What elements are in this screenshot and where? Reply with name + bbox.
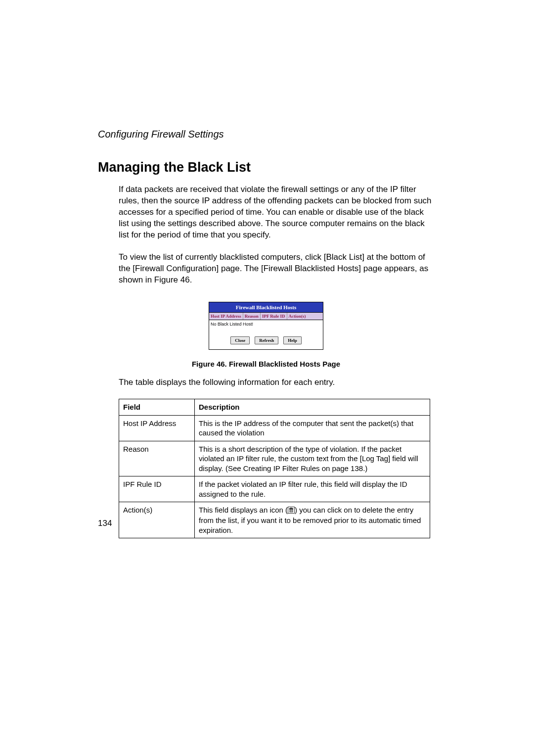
cell-desc: If the packet violated an IP filter rule… <box>195 476 430 502</box>
trash-icon <box>288 506 295 516</box>
section-header: Configuring Firewall Settings <box>98 129 434 140</box>
field-description-table: Field Description Host IP Address This i… <box>119 399 430 538</box>
col-actions: Action(s) <box>287 313 309 320</box>
panel-title: Firewall Blacklisted Hosts <box>209 302 323 312</box>
page-title: Managing the Black List <box>98 160 434 175</box>
table-row: IPF Rule ID If the packet violated an IP… <box>119 476 430 502</box>
page-number: 134 <box>98 519 112 528</box>
col-reason: Reason <box>243 313 261 320</box>
panel-button-row: Close Refresh Help <box>209 332 323 349</box>
svg-rect-6 <box>291 508 292 508</box>
document-page: Configuring Firewall Settings Managing t… <box>98 129 434 538</box>
cell-desc-actions: This field displays an icon () you can c… <box>195 502 430 538</box>
paragraph-2: To view the list of currently blackliste… <box>119 252 434 286</box>
cell-field: Reason <box>119 441 195 476</box>
cell-field: IPF Rule ID <box>119 476 195 502</box>
col-host-ip: Host IP Address <box>209 313 243 320</box>
paragraph-1: If data packets are received that violat… <box>119 184 434 241</box>
th-description: Description <box>195 399 430 416</box>
desc-pre: This field displays an icon ( <box>199 506 288 514</box>
table-row: Reason This is a short description of th… <box>119 441 430 476</box>
panel-header-row: Host IP Address Reason IPF Rule ID Actio… <box>209 312 323 320</box>
cell-desc: This is the IP address of the computer t… <box>195 415 430 441</box>
help-button[interactable]: Help <box>283 336 302 344</box>
table-row: Action(s) This field displays an icon ()… <box>119 502 430 538</box>
table-row: Host IP Address This is the IP address o… <box>119 415 430 441</box>
refresh-button[interactable]: Refresh <box>255 336 278 344</box>
paragraph-3: The table displays the following informa… <box>119 377 434 388</box>
figure-46: Firewall Blacklisted Hosts Host IP Addre… <box>98 302 434 368</box>
col-ipf-rule-id: IPF Rule ID <box>261 313 287 320</box>
cell-desc: This is a short description of the type … <box>195 441 430 476</box>
panel-empty-message: No Black Listed Host! <box>209 320 323 332</box>
cell-field: Host IP Address <box>119 415 195 441</box>
cell-field: Action(s) <box>119 502 195 538</box>
figure-caption: Figure 46. Firewall Blacklisted Hosts Pa… <box>192 360 340 368</box>
table-header-row: Field Description <box>119 399 430 416</box>
firewall-blacklist-panel: Firewall Blacklisted Hosts Host IP Addre… <box>209 302 323 350</box>
close-button[interactable]: Close <box>230 336 250 344</box>
th-field: Field <box>119 399 195 416</box>
